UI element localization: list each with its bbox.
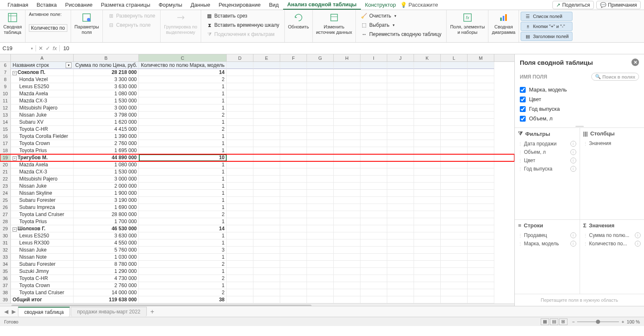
cell[interactable] xyxy=(334,112,360,119)
column-header-J[interactable]: J xyxy=(387,54,414,61)
cell[interactable] xyxy=(414,225,441,232)
collapse-field-button[interactable]: ⊟Свернуть поле xyxy=(106,21,157,29)
cell[interactable]: 2 000 000 xyxy=(74,183,139,190)
select-button[interactable]: ⬚Выбрать▾ xyxy=(359,21,443,29)
field-checkbox[interactable] xyxy=(520,97,526,102)
cell[interactable] xyxy=(387,97,414,104)
cell[interactable] xyxy=(468,239,494,247)
name-box-dropdown-icon[interactable]: ▾ xyxy=(31,46,33,51)
field-checkbox[interactable] xyxy=(520,106,526,112)
cell[interactable] xyxy=(468,296,494,303)
cell[interactable]: 14 xyxy=(139,225,227,232)
cell[interactable] xyxy=(468,154,494,161)
cell[interactable] xyxy=(280,154,307,161)
cell[interactable] xyxy=(468,62,494,69)
cell[interactable]: Toyota Land Cruiser xyxy=(11,211,74,218)
cell[interactable] xyxy=(441,133,468,140)
cell[interactable] xyxy=(227,282,253,289)
cell[interactable] xyxy=(334,62,360,69)
cell[interactable] xyxy=(468,261,494,268)
cell[interactable] xyxy=(307,76,334,83)
cell[interactable]: Toyota C-HR xyxy=(11,275,74,282)
expand-field-button[interactable]: ⊞Развернуть поле xyxy=(106,12,157,20)
cell[interactable]: Mitsubishi Pajero xyxy=(11,176,74,183)
cell[interactable] xyxy=(468,183,494,190)
cell[interactable]: Nissan Note xyxy=(11,254,74,261)
cell[interactable]: Subaru Impreza xyxy=(11,204,74,211)
cell[interactable]: −Шолохов Г. xyxy=(11,225,74,232)
cell[interactable] xyxy=(468,126,494,133)
cell[interactable]: Toyota Crown xyxy=(11,282,74,289)
collapse-group-button[interactable]: − xyxy=(13,156,17,160)
cell[interactable] xyxy=(441,112,468,119)
filter-connections-button[interactable]: ⧩Подключения к фильтрам xyxy=(204,30,281,38)
cell[interactable] xyxy=(334,119,360,126)
cell[interactable]: 1 xyxy=(139,161,227,168)
cell[interactable] xyxy=(468,218,494,225)
plus-minus-toggle[interactable]: ±Кнопки "+" и "-" xyxy=(521,22,572,31)
row-header[interactable]: 8 xyxy=(0,76,11,83)
cell[interactable]: Mitsubishi Pajero xyxy=(11,104,74,112)
cell[interactable] xyxy=(468,282,494,289)
cell[interactable] xyxy=(360,76,387,83)
cell[interactable] xyxy=(227,218,253,225)
cell[interactable] xyxy=(253,104,280,112)
cell[interactable] xyxy=(253,112,280,119)
cell[interactable] xyxy=(334,268,360,275)
cell[interactable] xyxy=(387,104,414,112)
cell[interactable] xyxy=(414,211,441,218)
collapse-group-button[interactable]: − xyxy=(13,71,17,75)
cell[interactable] xyxy=(334,204,360,211)
cell[interactable]: 1 xyxy=(139,232,227,239)
cell[interactable] xyxy=(441,154,468,161)
cell[interactable] xyxy=(360,183,387,190)
cell[interactable] xyxy=(334,289,360,296)
cell[interactable] xyxy=(387,239,414,247)
cell[interactable]: 44 890 000 xyxy=(74,154,139,161)
view-normal-button[interactable]: ▦ xyxy=(541,318,549,325)
column-header-D[interactable]: D xyxy=(227,54,253,61)
row-header[interactable]: 11 xyxy=(0,97,11,104)
cell[interactable] xyxy=(441,90,468,97)
cell[interactable] xyxy=(280,147,307,154)
cell[interactable]: Toyota Land Cruiser xyxy=(11,289,74,296)
cell[interactable]: 3 xyxy=(139,247,227,254)
scrollbar-thumb[interactable] xyxy=(11,305,312,306)
area-field-item[interactable]: ⋮Дата продажиi xyxy=(518,140,576,148)
cell[interactable] xyxy=(414,161,441,168)
cell[interactable] xyxy=(334,211,360,218)
cell[interactable]: Subaru XV xyxy=(11,119,74,126)
cell[interactable] xyxy=(387,69,414,76)
cell[interactable]: 1 695 000 xyxy=(74,147,139,154)
cell[interactable] xyxy=(227,62,253,69)
cell[interactable] xyxy=(441,247,468,254)
info-icon[interactable]: i xyxy=(570,241,576,247)
row-header[interactable]: 36 xyxy=(0,275,11,282)
column-header-C[interactable]: C xyxy=(139,54,227,61)
cell[interactable] xyxy=(253,183,280,190)
cell[interactable]: 3 300 000 xyxy=(74,76,139,83)
cell[interactable] xyxy=(307,133,334,140)
cell[interactable] xyxy=(414,268,441,275)
cell[interactable]: 1 530 000 xyxy=(74,97,139,104)
cell[interactable] xyxy=(227,76,253,83)
cell[interactable] xyxy=(280,168,307,176)
cell[interactable]: Toyota Corolla Fielder xyxy=(11,133,74,140)
cell[interactable]: 1 030 000 xyxy=(74,254,139,261)
row-header[interactable]: 34 xyxy=(0,261,11,268)
cell[interactable]: 38 xyxy=(139,296,227,303)
cell[interactable]: Lexus ES250 xyxy=(11,232,74,239)
cell[interactable]: 4 730 000 xyxy=(74,275,139,282)
cell[interactable] xyxy=(307,83,334,90)
cell[interactable] xyxy=(414,147,441,154)
cell[interactable] xyxy=(253,239,280,247)
cell[interactable]: 119 638 000 xyxy=(74,296,139,303)
cell[interactable] xyxy=(468,225,494,232)
cell[interactable] xyxy=(334,225,360,232)
cell[interactable] xyxy=(227,69,253,76)
cell[interactable] xyxy=(360,289,387,296)
cell[interactable]: 46 530 000 xyxy=(74,225,139,232)
cell[interactable] xyxy=(468,90,494,97)
cell[interactable] xyxy=(441,254,468,261)
cell[interactable] xyxy=(387,183,414,190)
